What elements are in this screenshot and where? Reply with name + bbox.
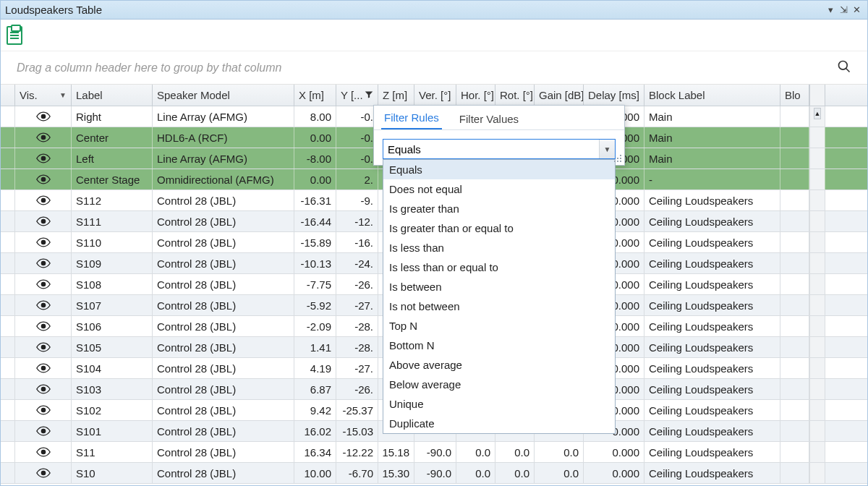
scrollbar-track[interactable] — [809, 274, 825, 294]
cell-x[interactable]: 16.02 — [294, 421, 336, 441]
row-handle[interactable] — [1, 127, 15, 148]
cell-block-label[interactable]: Ceiling Loudspeakers — [644, 232, 780, 252]
row-handle[interactable] — [1, 337, 15, 357]
cell-label[interactable]: Right — [72, 106, 153, 127]
filter-option[interactable]: Above average — [383, 355, 615, 375]
visibility-toggle[interactable] — [15, 190, 72, 210]
cell-block-label[interactable]: Ceiling Loudspeakers — [644, 211, 780, 231]
cell-blo[interactable] — [780, 379, 809, 399]
cell-y[interactable]: -26. — [336, 379, 378, 399]
cell-block-label[interactable]: Ceiling Loudspeakers — [644, 274, 780, 294]
cell-label[interactable]: S11 — [72, 442, 153, 462]
scrollbar-track[interactable] — [809, 421, 825, 441]
cell-y[interactable]: -6.70 — [336, 463, 378, 483]
cell-blo[interactable] — [780, 253, 809, 273]
cell-speaker-model[interactable]: Omnidirectional (AFMG) — [153, 169, 294, 189]
col-z[interactable]: Z [m] — [378, 85, 414, 106]
cell-block-label[interactable]: Ceiling Loudspeakers — [644, 253, 780, 273]
scrollbar-track[interactable] — [809, 358, 825, 378]
cell-block-label[interactable]: Ceiling Loudspeakers — [644, 295, 780, 315]
visibility-toggle[interactable] — [15, 274, 72, 294]
cell-speaker-model[interactable]: Control 28 (JBL) — [153, 379, 294, 399]
filter-option[interactable]: Is greater than or equal to — [383, 218, 615, 238]
cell-x[interactable]: -7.75 — [294, 274, 336, 294]
col-delay[interactable]: Delay [ms] — [584, 85, 644, 106]
cell-label[interactable]: S104 — [72, 358, 153, 378]
cell-x[interactable]: 1.41 — [294, 337, 336, 357]
cell-label[interactable]: S112 — [72, 190, 153, 210]
scrollbar-track[interactable] — [809, 190, 825, 210]
cell-delay[interactable]: 0.000 — [584, 463, 644, 483]
cell-block-label[interactable]: Ceiling Loudspeakers — [644, 400, 780, 420]
cell-x[interactable]: -16.31 — [294, 190, 336, 210]
cell-label[interactable]: S103 — [72, 379, 153, 399]
cell-y[interactable]: -24. — [336, 253, 378, 273]
cell-label[interactable]: S109 — [72, 253, 153, 273]
visibility-toggle[interactable] — [15, 253, 72, 273]
scrollbar-track[interactable] — [809, 253, 825, 273]
cell-blo[interactable] — [780, 337, 809, 357]
filter-option[interactable]: Is less than — [383, 238, 615, 257]
cell-blo[interactable] — [780, 400, 809, 420]
cell-y[interactable]: -15.03 — [336, 421, 378, 441]
cell-x[interactable]: -10.13 — [294, 253, 336, 273]
filter-option[interactable]: Is greater than — [383, 199, 615, 218]
visibility-toggle[interactable] — [15, 127, 72, 148]
visibility-toggle[interactable] — [15, 295, 72, 315]
cell-blo[interactable] — [780, 211, 809, 231]
filter-rule-combo[interactable]: ▼ EqualsDoes not equalIs greater thanIs … — [383, 139, 616, 159]
cell-y[interactable]: -26. — [336, 274, 378, 294]
scrollbar-track[interactable] — [809, 211, 825, 231]
row-handle[interactable] — [1, 169, 15, 189]
cell-label[interactable]: S110 — [72, 232, 153, 252]
cell-y[interactable]: -28. — [336, 337, 378, 357]
visibility-toggle[interactable] — [15, 442, 72, 462]
cell-label[interactable]: S107 — [72, 295, 153, 315]
cell-x[interactable]: -5.92 — [294, 295, 336, 315]
col-rot[interactable]: Rot. [°] — [495, 85, 535, 106]
cell-y[interactable]: -27. — [336, 295, 378, 315]
visibility-toggle[interactable] — [15, 211, 72, 231]
col-label[interactable]: Label — [72, 85, 153, 106]
scrollbar-track[interactable] — [809, 295, 825, 315]
scrollbar-track[interactable] — [809, 148, 825, 169]
row-handle[interactable] — [1, 148, 15, 169]
scrollbar-track[interactable] — [809, 379, 825, 399]
cell-hor[interactable]: 0.0 — [456, 442, 495, 462]
cell-x[interactable]: 8.00 — [294, 106, 336, 127]
cell-x[interactable]: 10.00 — [294, 463, 336, 483]
visibility-toggle[interactable] — [15, 148, 72, 169]
cell-x[interactable]: 9.42 — [294, 400, 336, 420]
cell-speaker-model[interactable]: Control 28 (JBL) — [153, 463, 294, 483]
cell-speaker-model[interactable]: Line Array (AFMG) — [153, 148, 294, 169]
cell-label[interactable]: S102 — [72, 400, 153, 420]
cell-z[interactable]: 15.30 — [378, 463, 414, 483]
cell-label[interactable]: S10 — [72, 463, 153, 483]
cell-speaker-model[interactable]: Line Array (AFMG) — [153, 106, 294, 127]
col-gain[interactable]: Gain [dB] — [535, 85, 584, 106]
scrollbar-track[interactable] — [809, 232, 825, 252]
pin-icon[interactable]: ⇲ — [837, 4, 850, 15]
visibility-toggle[interactable] — [15, 232, 72, 252]
cell-rot[interactable]: 0.0 — [495, 463, 535, 483]
cell-x[interactable]: 0.00 — [294, 127, 336, 148]
cell-speaker-model[interactable]: Control 28 (JBL) — [153, 400, 294, 420]
cell-blo[interactable] — [780, 169, 809, 189]
cell-y[interactable]: -12.22 — [336, 442, 378, 462]
row-handle[interactable] — [1, 379, 15, 399]
table-row[interactable]: S10Control 28 (JBL)10.00-6.7015.30-90.00… — [1, 463, 867, 484]
cell-x[interactable]: 6.87 — [294, 379, 336, 399]
visibility-toggle[interactable] — [15, 421, 72, 441]
filter-option[interactable]: Is less than or equal to — [383, 257, 615, 277]
row-handle[interactable] — [1, 295, 15, 315]
cell-block-label[interactable]: Ceiling Loudspeakers — [644, 463, 780, 483]
cell-z[interactable]: 15.18 — [378, 442, 414, 462]
cell-speaker-model[interactable]: Control 28 (JBL) — [153, 295, 294, 315]
cell-x[interactable]: 16.34 — [294, 442, 336, 462]
title-bar[interactable]: Loudspeakers Table ▾ ⇲ ✕ — [1, 1, 867, 20]
filter-option[interactable]: Unique — [383, 394, 615, 414]
close-icon[interactable]: ✕ — [850, 4, 863, 15]
cell-label[interactable]: S101 — [72, 421, 153, 441]
row-handle[interactable] — [1, 253, 15, 273]
row-handle[interactable] — [1, 106, 15, 127]
